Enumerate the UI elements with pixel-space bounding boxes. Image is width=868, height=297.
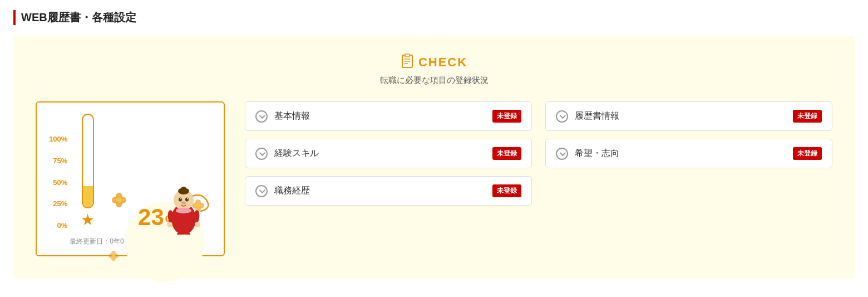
badge-skills: 未登録 <box>492 147 521 160</box>
badge-basic-info: 未登録 <box>492 110 521 123</box>
star-icon: ★ <box>81 211 95 229</box>
clipboard-icon <box>401 53 414 72</box>
badge-resume-info: 未登録 <box>793 110 822 123</box>
bar-label-0: 0% <box>57 222 67 229</box>
circle-check-basic-info <box>255 110 268 123</box>
category-card-aspiration[interactable]: 希望・志向 未登録 <box>545 139 832 168</box>
circle-check-aspiration <box>556 148 568 160</box>
page-title-bar: WEB履歴書・各種設定 <box>13 10 855 25</box>
category-card-skills[interactable]: 経験スキル 未登録 <box>245 139 532 168</box>
bar-label-100: 100% <box>49 135 67 143</box>
thermometer-fill <box>83 186 93 207</box>
svg-point-17 <box>114 254 119 258</box>
check-subtitle: 転職に必要な項目の登録状況 <box>36 75 832 86</box>
progress-card: 100% 75% 50% 25% 0% ★ <box>36 101 225 256</box>
svg-point-10 <box>116 197 122 203</box>
character-illustration <box>161 179 206 235</box>
bar-label-50: 50% <box>53 179 67 186</box>
percentage-text: 23 <box>138 206 164 229</box>
circle-check-skills <box>255 148 268 160</box>
svg-point-20 <box>112 254 115 257</box>
bar-label-75: 75% <box>53 157 67 164</box>
category-card-work-history[interactable]: 職務経歴 未登録 <box>245 176 532 206</box>
category-name-skills: 経験スキル <box>274 148 486 159</box>
svg-point-9 <box>112 197 119 203</box>
last-updated-text: 最終更新日：0年0ヵ月前（2023/10/01） <box>49 237 211 246</box>
svg-point-28 <box>187 198 188 199</box>
page-title: WEB履歴書・各種設定 <box>21 10 136 25</box>
svg-point-34 <box>195 222 200 227</box>
svg-point-19 <box>108 254 113 258</box>
svg-point-30 <box>176 208 191 213</box>
svg-point-8 <box>116 201 122 207</box>
svg-point-27 <box>180 198 181 199</box>
bar-label-25: 25% <box>53 200 67 207</box>
main-panel: CHECK 転職に必要な項目の登録状況 100% 75% 50% 25% 0% <box>13 36 855 279</box>
circle-check-resume-info <box>556 110 568 123</box>
svg-point-16 <box>111 251 116 255</box>
thermometer <box>82 114 94 208</box>
svg-point-29 <box>181 202 186 205</box>
svg-point-7 <box>120 197 126 203</box>
svg-point-33 <box>167 222 172 227</box>
badge-work-history: 未登録 <box>492 184 521 197</box>
badge-aspiration: 未登録 <box>793 147 822 160</box>
categories-grid: 基本情報 未登録 履歴書情報 未登録 経験スキル 未登録 希望・志向 <box>245 101 832 206</box>
category-card-basic-info[interactable]: 基本情報 未登録 <box>245 101 532 131</box>
svg-rect-24 <box>181 187 186 193</box>
check-icon-label: CHECK <box>36 53 832 72</box>
page-container: WEB履歴書・各種設定 CHECK 転職に必要な項目の登録状況 <box>0 0 868 295</box>
check-header: CHECK 転職に必要な項目の登録状況 <box>36 53 832 86</box>
svg-point-6 <box>116 193 122 199</box>
category-name-basic-info: 基本情報 <box>274 110 486 122</box>
svg-rect-1 <box>405 54 410 57</box>
category-card-resume-info[interactable]: 履歴書情報 未登録 <box>545 101 832 131</box>
content-row: 100% 75% 50% 25% 0% ★ <box>36 101 832 256</box>
check-label: CHECK <box>418 55 467 70</box>
svg-point-18 <box>111 256 116 261</box>
category-name-work-history: 職務経歴 <box>274 185 486 197</box>
category-name-resume-info: 履歴書情報 <box>575 110 786 122</box>
percentage-circle-area: 23 % <box>103 189 211 229</box>
category-name-aspiration: 希望・志向 <box>575 148 786 159</box>
progress-visual: 100% 75% 50% 25% 0% ★ <box>49 114 211 229</box>
circle-check-work-history <box>255 185 268 197</box>
svg-point-26 <box>185 198 189 202</box>
svg-point-25 <box>179 198 182 202</box>
